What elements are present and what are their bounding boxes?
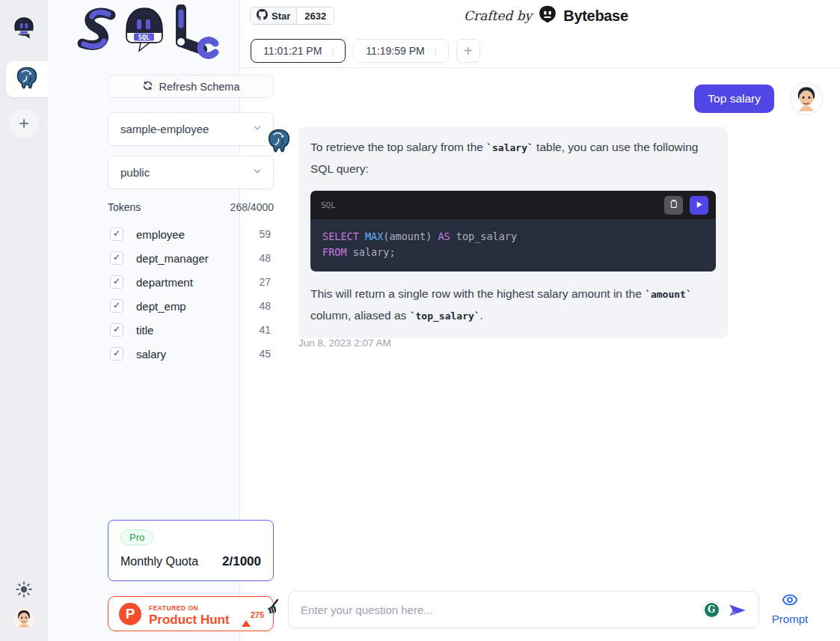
product-hunt-votes: 275 — [242, 607, 264, 621]
new-conversation-button[interactable]: + — [456, 39, 480, 63]
quota-value: 2/1000 — [222, 554, 261, 569]
upvote-icon — [242, 607, 251, 627]
github-star-button[interactable]: Star 2632 — [250, 7, 334, 25]
table-name: title — [136, 324, 259, 337]
schema-sidebar: SQL Refresh Schema sample-employee pub — [48, 0, 240, 641]
code-line: SELECT MAX(amount) AS top_salary — [322, 229, 704, 245]
user-message-avatar — [790, 82, 823, 115]
table-checkbox[interactable] — [110, 323, 123, 337]
tab-conversation-2[interactable]: 11:19:59 PM ⋮ — [353, 39, 448, 63]
workspace-rail: + — [0, 0, 48, 641]
table-checkbox[interactable] — [110, 299, 123, 313]
table-row: dept_manager 48 — [108, 246, 274, 270]
table-row: employee 59 — [108, 222, 274, 246]
table-checkbox[interactable] — [110, 275, 123, 289]
table-token-count: 59 — [259, 228, 271, 240]
bytebase-logo-icon — [538, 4, 557, 27]
question-composer: G — [288, 591, 759, 628]
table-token-count: 27 — [259, 276, 271, 288]
question-input[interactable] — [288, 591, 759, 628]
user-avatar — [13, 607, 35, 633]
sqlchat-bot-icon — [11, 16, 37, 44]
table-name: salary — [136, 348, 259, 361]
table-name: department — [136, 276, 259, 289]
tokens-row: Tokens 268/4000 — [108, 201, 274, 213]
product-hunt-name: Product Hunt — [149, 613, 230, 627]
prompt-button[interactable]: Prompt — [767, 592, 812, 625]
inline-code: `amount` — [645, 289, 692, 300]
code-block-body: SELECT MAX(amount) AS top_salary FROM sa… — [310, 219, 716, 272]
table-name: employee — [136, 228, 259, 241]
star-count: 2632 — [297, 7, 334, 24]
theme-toggle-button[interactable] — [0, 581, 48, 601]
tab-menu-icon[interactable]: ⋮ — [431, 46, 441, 56]
star-label: Star — [272, 10, 290, 22]
refresh-schema-button[interactable]: Refresh Schema — [108, 75, 274, 98]
table-checkbox[interactable] — [110, 347, 123, 361]
table-checkbox[interactable] — [110, 251, 123, 265]
clipboard-icon — [669, 199, 678, 211]
product-hunt-featured-label: FEATURED ON — [149, 604, 198, 612]
assistant-avatar-postgresql-icon — [266, 127, 292, 154]
sql-code-block: SQL SELECT MAX(amount) AS top_salary FRO… — [310, 191, 716, 272]
refresh-icon — [142, 80, 153, 93]
tab-conversation-1[interactable]: 11:01:21 PM ⋮ — [251, 39, 346, 63]
tokens-value: 268/4000 — [230, 201, 274, 213]
assistant-intro-text: To retrieve the top salary from the `sal… — [310, 137, 716, 180]
pro-badge: Pro — [120, 530, 153, 545]
send-icon — [728, 611, 747, 622]
database-select-value: sample-employee — [120, 123, 209, 135]
assistant-outro-text: This will return a single row with the h… — [310, 283, 716, 327]
table-token-count: 48 — [259, 300, 271, 312]
schema-select[interactable]: public — [108, 156, 274, 189]
crafted-by-banner[interactable]: Crafted by Bytebase — [464, 6, 628, 25]
schema-select-value: public — [120, 166, 150, 179]
github-icon — [257, 9, 268, 22]
table-row: title 41 — [108, 318, 274, 342]
sqlchat-logo: SQL — [67, 4, 221, 70]
inline-code: `salary` — [486, 142, 533, 153]
pro-quota-card: Pro Monthly Quota 2/1000 — [108, 520, 274, 581]
user-avatar-button[interactable] — [0, 607, 48, 633]
header-divider — [240, 67, 840, 68]
chevron-down-icon — [252, 166, 263, 179]
run-query-button[interactable] — [690, 196, 708, 215]
table-token-count: 41 — [259, 324, 271, 336]
refresh-schema-label: Refresh Schema — [159, 81, 240, 93]
rail-item-postgres-connection[interactable] — [6, 61, 48, 97]
table-row: salary 45 — [108, 342, 274, 366]
database-select[interactable]: sample-employee — [108, 112, 274, 146]
table-row: dept_emp 48 — [108, 294, 274, 318]
code-line: FROM salary; — [322, 245, 704, 260]
chevron-down-icon — [252, 123, 263, 135]
table-name: dept_emp — [136, 300, 259, 313]
postgresql-icon — [14, 65, 40, 93]
add-connection-button[interactable]: + — [9, 108, 39, 138]
copy-code-button[interactable] — [664, 196, 683, 215]
table-checkbox[interactable] — [110, 227, 123, 241]
rail-item-sqlchat[interactable] — [6, 12, 42, 48]
user-message-bubble: Top salary — [694, 85, 774, 113]
product-hunt-badge[interactable]: P FEATURED ON Product Hunt 275 — [108, 596, 274, 631]
play-icon — [695, 200, 703, 211]
quota-label: Monthly Quota — [120, 555, 198, 568]
send-button[interactable] — [728, 601, 747, 620]
table-token-count: 45 — [259, 348, 271, 360]
brand-name: Bytebase — [563, 7, 628, 25]
table-name: dept_manager — [136, 252, 259, 265]
eye-icon — [782, 599, 798, 610]
conversation-tabs: 11:01:21 PM ⋮ 11:19:59 PM ⋮ + — [251, 39, 480, 63]
code-block-header: SQL — [310, 191, 716, 219]
prompt-label: Prompt — [767, 613, 812, 625]
crafted-by-label: Crafted by — [464, 8, 532, 23]
clear-conversation-button[interactable] — [263, 598, 283, 619]
broom-icon — [263, 610, 283, 621]
grammarly-icon[interactable]: G — [702, 601, 720, 619]
tab-menu-icon[interactable]: ⋮ — [328, 46, 337, 56]
product-hunt-icon: P — [119, 603, 141, 625]
inline-code: `top_salary` — [410, 310, 480, 322]
table-row: department 27 — [108, 270, 274, 294]
message-timestamp: Jun 8, 2023 2:07 AM — [298, 337, 391, 349]
tab-label: 11:19:59 PM — [366, 45, 424, 57]
code-language-label: SQL — [321, 200, 664, 210]
